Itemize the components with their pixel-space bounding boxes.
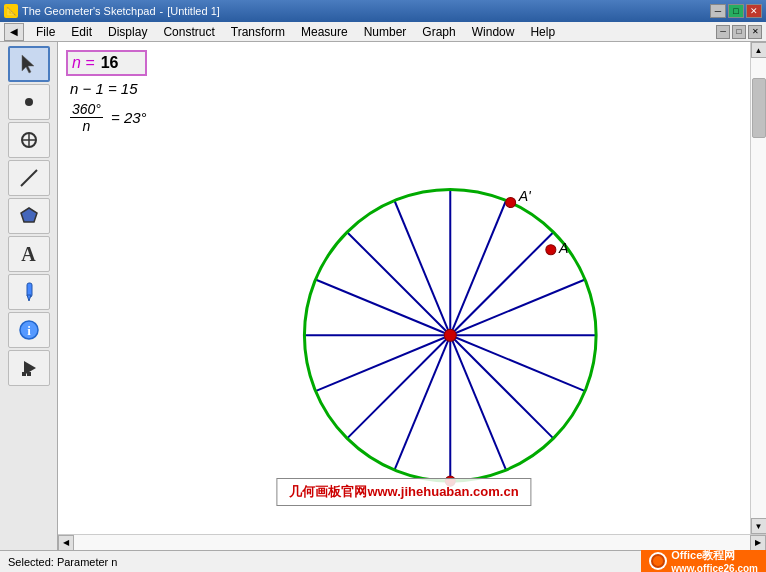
close-button[interactable]: ✕ (746, 4, 762, 18)
menu-help[interactable]: Help (522, 23, 563, 41)
menu-bar: ◀ File Edit Display Construct Transform … (0, 22, 766, 42)
title-bar: 📐 The Geometer's Sketchpad - [Untitled 1… (0, 0, 766, 22)
svg-marker-11 (24, 361, 36, 375)
watermark-text: 几何画板官网www.jihehuaban.com.cn (289, 484, 518, 499)
status-bar: Selected: Parameter n Office教程网 www.offi… (0, 550, 766, 572)
doc-close-button[interactable]: ✕ (748, 25, 762, 39)
menu-edit[interactable]: Edit (63, 23, 100, 41)
menu-window[interactable]: Window (464, 23, 523, 41)
maximize-button[interactable]: □ (728, 4, 744, 18)
watermark: 几何画板官网www.jihehuaban.com.cn (276, 478, 531, 506)
menu-number[interactable]: Number (356, 23, 415, 41)
office-icon-inner (651, 554, 665, 568)
point-tool[interactable] (8, 84, 50, 120)
scroll-thumb[interactable] (752, 78, 766, 138)
title-doc: [Untitled 1] (167, 5, 220, 17)
office-badge-text: Office教程网 www.office26.com (671, 548, 758, 572)
doc-maximize-button[interactable]: □ (732, 25, 746, 39)
menu-transform[interactable]: Transform (223, 23, 293, 41)
bottom-scrollbar[interactable]: ◀ ▶ (58, 534, 766, 550)
svg-marker-8 (27, 295, 31, 301)
svg-point-1 (25, 98, 33, 106)
scroll-down-button[interactable]: ▼ (751, 518, 767, 534)
menu-items: File Edit Display Construct Transform Me… (28, 23, 563, 41)
doc-minimize-button[interactable]: ─ (716, 25, 730, 39)
compass-tool[interactable] (8, 122, 50, 158)
canvas-area[interactable]: n = 16 n − 1 = 15 360° n = 23° (58, 42, 750, 534)
svg-text:i: i (27, 323, 31, 338)
label-a-prime: A' (518, 188, 532, 204)
pointer-tool[interactable] (8, 46, 50, 82)
radius-line-14 (450, 335, 553, 438)
menu-measure[interactable]: Measure (293, 23, 356, 41)
title-buttons: ─ □ ✕ (710, 4, 762, 18)
geometry-canvas[interactable]: A' A (58, 42, 750, 534)
menu-graph[interactable]: Graph (414, 23, 463, 41)
svg-rect-12 (22, 372, 26, 376)
svg-line-5 (21, 170, 37, 186)
main-area: A i (0, 42, 766, 550)
scroll-left-button[interactable]: ◀ (58, 535, 74, 551)
point-a (546, 245, 556, 255)
text-tool[interactable]: A (8, 236, 50, 272)
radius-line-10 (450, 232, 553, 335)
toolbar: A i (0, 42, 58, 550)
menu-construct[interactable]: Construct (155, 23, 222, 41)
office-icon (649, 552, 667, 570)
info-tool[interactable]: i (8, 312, 50, 348)
center-point (444, 329, 456, 341)
svg-point-2 (22, 133, 36, 147)
svg-rect-7 (27, 283, 32, 297)
right-scrollbar[interactable]: ▲ ▼ (750, 42, 766, 534)
canvas-wrapper: n = 16 n − 1 = 15 360° n = 23° (58, 42, 766, 550)
svg-marker-6 (21, 208, 37, 222)
radius-line-2 (347, 335, 450, 438)
menu-window-buttons: ─ □ ✕ (716, 25, 762, 39)
menu-file[interactable]: File (28, 23, 63, 41)
svg-rect-13 (27, 372, 31, 376)
text-icon: A (21, 243, 35, 266)
point-a-prime (506, 197, 516, 207)
canvas-and-scroll: n = 16 n − 1 = 15 360° n = 23° (58, 42, 766, 534)
title-app: The Geometer's Sketchpad (22, 5, 156, 17)
marker-tool[interactable] (8, 274, 50, 310)
label-a: A (558, 240, 568, 256)
svg-marker-0 (22, 55, 34, 73)
animate-tool[interactable] (8, 350, 50, 386)
menu-back-button[interactable]: ◀ (4, 23, 24, 41)
office-url: www.office26.com (671, 563, 758, 572)
minimize-button[interactable]: ─ (710, 4, 726, 18)
title-bar-left: 📐 The Geometer's Sketchpad - [Untitled 1… (4, 4, 220, 18)
line-tool[interactable] (8, 160, 50, 196)
bottom-scroll-track[interactable] (74, 535, 750, 551)
menu-display[interactable]: Display (100, 23, 155, 41)
scroll-up-button[interactable]: ▲ (751, 42, 767, 58)
office-badge: Office教程网 www.office26.com (641, 550, 766, 572)
app-icon: 📐 (4, 4, 18, 18)
svg-point-9 (20, 321, 38, 339)
office-name: Office教程网 (671, 548, 758, 563)
polygon-tool[interactable] (8, 198, 50, 234)
scroll-track[interactable] (751, 58, 767, 518)
title-sep: - (160, 5, 164, 17)
radius-line-6 (347, 232, 450, 335)
